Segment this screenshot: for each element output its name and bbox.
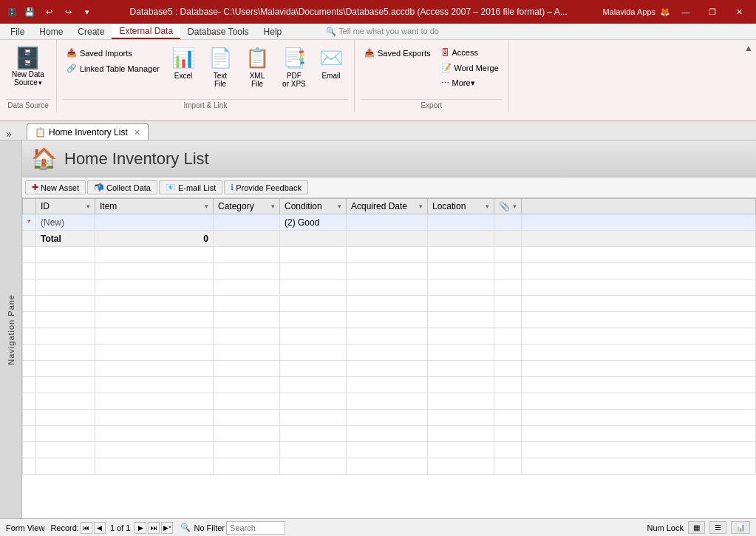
table-row-total: Total 0: [23, 231, 756, 247]
menu-help[interactable]: Help: [256, 25, 290, 38]
new-asset-icon: ✚: [32, 183, 38, 192]
condition-dropdown-icon[interactable]: ▾: [338, 203, 341, 210]
cell-location-total: [428, 231, 494, 247]
table-row-empty: [23, 442, 756, 458]
cell-extra-new: [522, 214, 756, 231]
navigation-pane[interactable]: Navigation Pane: [0, 140, 22, 518]
cell-condition-new[interactable]: (2) Good: [280, 214, 347, 231]
saved-exports-label: Saved Exports: [378, 49, 431, 58]
cell-attachment-new[interactable]: [494, 214, 522, 231]
text-file-icon: 📄: [208, 47, 232, 69]
cell-id-new[interactable]: (New): [36, 214, 95, 231]
tab-home-inventory[interactable]: 📋 Home Inventory List ✕: [27, 123, 149, 140]
more-export-button[interactable]: ⋯ More▾: [437, 76, 503, 90]
new-data-source-label: New Data: [12, 70, 44, 78]
col-condition[interactable]: Condition ▾: [280, 199, 347, 214]
xml-file-import-button[interactable]: 📋 XMLFile: [240, 43, 274, 93]
qat-dropdown-button[interactable]: ▾: [80, 4, 95, 19]
new-data-source-button[interactable]: 🗄️ New Data Source ▾: [6, 43, 50, 93]
app-icon: 🗄️: [6, 6, 18, 18]
menu-database-tools[interactable]: Database Tools: [180, 25, 256, 38]
item-dropdown-icon[interactable]: ▾: [205, 203, 208, 210]
form-toolbar: ✚ New Asset 📬 Collect Data 📧 E-mail List…: [22, 177, 756, 198]
cell-item-new[interactable]: [95, 214, 214, 231]
col-attachment[interactable]: 📎 ▾: [494, 199, 522, 214]
email-import-icon: ✉️: [319, 47, 343, 69]
menu-create[interactable]: Create: [70, 25, 112, 38]
view-report-button[interactable]: 📊: [731, 521, 750, 534]
ribbon-group-import-content: 📥 Saved Imports 🔗 Linked Table Manager 📊…: [63, 43, 348, 99]
table-row-empty: [23, 328, 756, 345]
view-form-button[interactable]: ☰: [709, 521, 726, 534]
attachment-icon: 📎: [499, 201, 510, 211]
tab-close-icon[interactable]: ✕: [134, 128, 140, 138]
text-file-label: TextFile: [214, 72, 227, 88]
ribbon-collapse-button[interactable]: ▲: [744, 43, 753, 53]
linked-table-manager-button[interactable]: 🔗 Linked Table Manager: [63, 61, 163, 75]
col-id[interactable]: ID ▾: [36, 199, 95, 214]
cell-acquired-new[interactable]: [347, 214, 428, 231]
menu-file[interactable]: File: [3, 25, 32, 38]
record-last-button[interactable]: ⏭: [148, 522, 160, 534]
menu-external-data[interactable]: External Data: [112, 24, 180, 39]
restore-button[interactable]: ❐: [701, 4, 723, 20]
attachment-dropdown-icon[interactable]: ▾: [513, 203, 517, 210]
saved-exports-button[interactable]: 📤 Saved Exports: [361, 46, 435, 60]
email-import-label: Email: [321, 72, 340, 80]
menu-home[interactable]: Home: [32, 25, 70, 38]
cell-location-new[interactable]: [428, 214, 494, 231]
excel-import-button[interactable]: 📊 Excel: [166, 43, 200, 93]
collect-data-button[interactable]: 📬 Collect Data: [87, 180, 157, 194]
record-next-button[interactable]: ▶: [134, 522, 146, 534]
status-right: Num Lock ▦ ☰ 📊: [647, 521, 750, 534]
location-dropdown-icon[interactable]: ▾: [486, 203, 489, 210]
excel-label: Excel: [174, 72, 192, 80]
xml-label: XMLFile: [250, 72, 265, 88]
col-location[interactable]: Location ▾: [428, 199, 494, 214]
table-row-empty: [23, 361, 756, 377]
col-item[interactable]: Item ▾: [95, 199, 214, 214]
id-dropdown-icon[interactable]: ▾: [86, 203, 90, 210]
menu-search[interactable]: 🔍 Tell me what you want to do: [319, 25, 446, 38]
view-datasheet-button[interactable]: ▦: [688, 521, 705, 534]
close-button[interactable]: ✕: [728, 4, 750, 20]
pdf-icon: 📑: [282, 47, 306, 69]
collect-data-icon: 📬: [94, 183, 104, 192]
col-category[interactable]: Category ▾: [214, 199, 280, 214]
new-asset-button[interactable]: ✚ New Asset: [25, 180, 86, 194]
record-new-button[interactable]: ▶*: [161, 522, 173, 534]
email-list-button[interactable]: 📧 E-mail List: [159, 180, 222, 194]
excel-icon: 📊: [171, 47, 195, 69]
malavida-icon: 🦊: [660, 7, 670, 17]
table-row-empty: [23, 393, 756, 410]
ribbon: 🗄️ New Data Source ▾ Data Source 📥: [0, 40, 756, 121]
more-export-label: More▾: [452, 78, 475, 88]
tab-bar: » 📋 Home Inventory List ✕: [0, 121, 756, 140]
saved-imports-button[interactable]: 📥 Saved Imports: [63, 46, 163, 60]
nav-expand-icon[interactable]: »: [6, 128, 12, 140]
row-new-indicator: *: [23, 214, 36, 231]
redo-qat-button[interactable]: ↪: [61, 4, 75, 19]
category-dropdown-icon[interactable]: ▾: [271, 203, 275, 210]
provide-feedback-button[interactable]: ℹ Provide Feedback: [224, 180, 308, 194]
record-prev-button[interactable]: ◀: [94, 522, 106, 534]
save-qat-button[interactable]: 💾: [22, 4, 37, 19]
pdf-xps-import-button[interactable]: 📑 PDFor XPS: [277, 43, 311, 93]
minimize-button[interactable]: —: [675, 4, 697, 20]
new-asset-label: New Asset: [41, 183, 79, 192]
xml-icon: 📋: [245, 47, 269, 69]
search-input[interactable]: [226, 521, 285, 535]
undo-qat-button[interactable]: ↩: [41, 4, 56, 19]
col-acquired-date[interactable]: Acquired Date ▾: [347, 199, 428, 214]
text-file-import-button[interactable]: 📄 TextFile: [203, 43, 237, 93]
record-first-button[interactable]: ⏮: [81, 522, 92, 534]
title-bar-left: 🗄️ 💾 ↩ ↪ ▾: [6, 4, 95, 19]
table-row-empty: [23, 263, 756, 279]
table-row-empty: [23, 410, 756, 426]
acquired-date-dropdown-icon[interactable]: ▾: [419, 203, 423, 210]
access-export-button[interactable]: 🗄 Access: [437, 46, 503, 59]
word-merge-button[interactable]: 📝 Word Merge: [437, 61, 503, 75]
word-merge-label: Word Merge: [454, 64, 499, 72]
cell-category-new[interactable]: [214, 214, 280, 231]
email-import-button[interactable]: ✉️ Email: [314, 43, 348, 93]
